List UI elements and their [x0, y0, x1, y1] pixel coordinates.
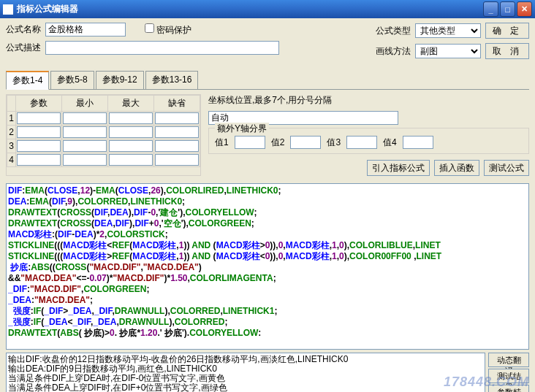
param-cell[interactable] [63, 154, 107, 166]
param-cell[interactable] [109, 154, 153, 166]
param-cell[interactable] [109, 140, 153, 152]
formula-desc-label: 公式描述 [6, 42, 41, 54]
param-cell[interactable] [109, 112, 153, 124]
param-cell[interactable] [155, 112, 199, 124]
param-cell[interactable] [155, 140, 199, 152]
param-cell[interactable] [17, 140, 61, 152]
tab-param-1-4[interactable]: 参数1-4 [6, 71, 49, 90]
draw-method-select[interactable]: 副图 [415, 44, 481, 58]
param-cell[interactable] [155, 126, 199, 138]
test-formula-button[interactable]: 测试公式 [484, 160, 529, 176]
window-title: 指标公式编辑器 [17, 3, 483, 15]
watermark: 178448.COM [444, 374, 529, 390]
val3-input[interactable] [346, 136, 377, 149]
draw-method-label: 画线方法 [376, 45, 411, 58]
extra-y-fieldset: 额外Y轴分界 值1 值2 值3 值4 [208, 128, 529, 154]
param-tabs: 参数1-4 参数5-8 参数9-12 参数13-16 [6, 71, 529, 90]
formula-name-label: 公式名称 [6, 23, 41, 36]
param-cell[interactable] [17, 126, 61, 138]
param-grid: 参数最小最大缺省 1 2 3 4 [6, 94, 201, 176]
close-button[interactable]: ✕ [517, 1, 532, 17]
tab-param-9-12[interactable]: 参数9-12 [96, 71, 144, 89]
param-cell[interactable] [17, 154, 61, 166]
coord-hint-label: 坐标线位置,最多7个,用分号分隔 [208, 94, 332, 107]
code-editor[interactable]: DIF:EMA(CLOSE,12)-EMA(CLOSE,26),COLORLIR… [6, 183, 529, 350]
formula-name-input[interactable] [45, 23, 126, 36]
param-cell[interactable] [63, 126, 107, 138]
cancel-button[interactable]: 取 消 [485, 43, 529, 59]
output-box[interactable]: 输出DIF:收盘价的12日指数移动平均-收盘价的26日指数移动平均,画淡红色,L… [6, 353, 485, 392]
param-cell[interactable] [63, 112, 107, 124]
formula-type-label: 公式类型 [376, 25, 411, 37]
param-cell[interactable] [155, 154, 199, 166]
tab-param-13-16[interactable]: 参数13-16 [145, 71, 199, 89]
title-bar: 指标公式编辑器 _ □ ✕ [0, 0, 535, 18]
val4-input[interactable] [403, 136, 433, 149]
formula-type-select[interactable]: 其他类型 [415, 23, 481, 38]
import-formula-button[interactable]: 引入指标公式 [367, 160, 430, 176]
password-protect-checkbox[interactable]: 密码保护 [145, 23, 191, 36]
tab-param-5-8[interactable]: 参数5-8 [50, 71, 94, 89]
app-icon [3, 4, 13, 15]
formula-desc-input[interactable] [45, 41, 279, 55]
minimize-button[interactable]: _ [483, 1, 498, 17]
param-cell[interactable] [63, 140, 107, 152]
val2-input[interactable] [290, 136, 321, 149]
dyn-trans-button[interactable]: 动态翻译 [488, 353, 529, 367]
val1-input[interactable] [235, 136, 265, 149]
ok-button[interactable]: 确 定 [485, 23, 529, 39]
param-cell[interactable] [109, 126, 153, 138]
insert-func-button[interactable]: 插入函数 [434, 160, 479, 176]
param-cell[interactable] [17, 112, 61, 124]
maximize-button[interactable]: □ [500, 1, 515, 17]
